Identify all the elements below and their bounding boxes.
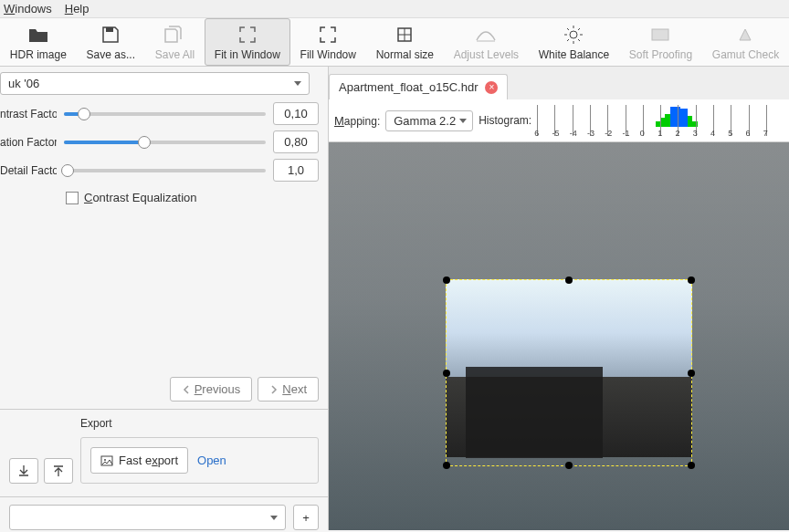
save-icon bbox=[100, 25, 121, 45]
detail-label: Detail Factor bbox=[0, 164, 57, 177]
export-up-button[interactable] bbox=[44, 458, 73, 484]
export-title: Export bbox=[80, 417, 319, 430]
fit-icon bbox=[237, 25, 258, 45]
folder-icon bbox=[28, 25, 48, 45]
document-tabs: Apartment_float_o15C.hdr × bbox=[329, 67, 789, 99]
proof-icon bbox=[650, 25, 670, 45]
detail-slider[interactable] bbox=[64, 169, 266, 172]
contrast-label: ntrast Factor bbox=[0, 108, 57, 120]
menu-windows[interactable]: Windows bbox=[4, 2, 52, 16]
levels-icon bbox=[476, 25, 496, 45]
operator-select[interactable]: uk '06 bbox=[0, 72, 310, 95]
open-link[interactable]: Open bbox=[197, 454, 226, 467]
histogram[interactable]: 6 -5 -4 -3 -2 -1 0 1 2 3 4 5 6 7 bbox=[537, 105, 784, 136]
download-icon bbox=[17, 464, 30, 477]
detail-value[interactable]: 1,0 bbox=[273, 159, 319, 182]
upload-icon bbox=[52, 464, 65, 477]
main-toolbar: HDR image Save as... Save All Fit in Win… bbox=[0, 18, 789, 67]
image-viewport[interactable] bbox=[329, 142, 789, 530]
fit-window-button[interactable]: Fit in Window bbox=[205, 18, 290, 66]
chevron-left-icon bbox=[182, 385, 191, 394]
add-button[interactable]: + bbox=[293, 505, 319, 530]
menu-help[interactable]: Help bbox=[65, 2, 89, 16]
hdr-image-button[interactable]: HDR image bbox=[0, 18, 77, 66]
sun-icon bbox=[563, 25, 584, 45]
queue-select[interactable] bbox=[9, 505, 286, 530]
white-balance-button[interactable]: White Balance bbox=[529, 18, 619, 66]
fill-icon bbox=[318, 25, 338, 45]
svg-point-5 bbox=[104, 459, 106, 461]
chevron-down-icon bbox=[270, 516, 278, 520]
contrast-eq-label: Contrast Equalization bbox=[84, 191, 197, 204]
previous-button[interactable]: Previous bbox=[170, 377, 253, 402]
image-icon bbox=[100, 454, 113, 467]
operator-value: uk '06 bbox=[8, 77, 39, 90]
saturation-value[interactable]: 0,80 bbox=[273, 130, 319, 153]
export-down-button[interactable] bbox=[9, 458, 38, 484]
contrast-value[interactable]: 0,10 bbox=[273, 102, 319, 125]
svg-point-2 bbox=[570, 31, 577, 38]
save-as-button[interactable]: Save as... bbox=[77, 18, 145, 66]
histogram-label: Histogram: bbox=[479, 114, 531, 127]
contrast-slider[interactable] bbox=[64, 112, 266, 116]
fast-export-button[interactable]: Fast export bbox=[90, 447, 188, 474]
menu-bar: Windows Help bbox=[0, 0, 789, 18]
tab-apartment[interactable]: Apartment_float_o15C.hdr × bbox=[329, 74, 508, 99]
next-button[interactable]: Next bbox=[258, 377, 319, 402]
adjust-levels-button[interactable]: Adjust Levels bbox=[444, 18, 529, 66]
saturation-slider[interactable] bbox=[64, 141, 266, 144]
mapping-label: Mapping: bbox=[334, 114, 380, 128]
svg-rect-3 bbox=[652, 29, 668, 40]
gamut-icon bbox=[735, 25, 755, 45]
tonemap-panel: uk '06 ntrast Factor 0,10 ation Factor 0… bbox=[0, 67, 329, 530]
gamut-check-button[interactable]: Gamut Check bbox=[702, 18, 789, 66]
plus-icon: + bbox=[302, 511, 310, 525]
saturation-label: ation Factor bbox=[0, 136, 57, 149]
mapping-select[interactable]: Gamma 2.2 bbox=[385, 110, 473, 131]
soft-proofing-button[interactable]: Soft Proofing bbox=[619, 18, 702, 66]
chevron-down-icon bbox=[294, 81, 301, 86]
svg-rect-0 bbox=[106, 27, 113, 32]
image-area: Apartment_float_o15C.hdr × Mapping: Gamm… bbox=[329, 67, 789, 530]
normal-size-button[interactable]: Normal size bbox=[366, 18, 444, 66]
normal-size-icon bbox=[394, 25, 415, 45]
contrast-eq-checkbox[interactable] bbox=[66, 192, 79, 204]
bottom-bar: + bbox=[0, 496, 328, 530]
close-icon[interactable]: × bbox=[485, 81, 498, 94]
export-panel: Export Fast export Open bbox=[0, 409, 328, 496]
save-all-icon bbox=[164, 25, 184, 45]
chevron-right-icon bbox=[269, 385, 279, 394]
fill-window-button[interactable]: Fill Window bbox=[290, 18, 366, 66]
mapping-bar: Mapping: Gamma 2.2 Histogram: 6 -5 -4 -3… bbox=[329, 99, 789, 142]
save-all-button[interactable]: Save All bbox=[145, 18, 205, 66]
tab-label: Apartment_float_o15C.hdr bbox=[339, 80, 478, 94]
crop-rectangle[interactable] bbox=[446, 279, 692, 466]
